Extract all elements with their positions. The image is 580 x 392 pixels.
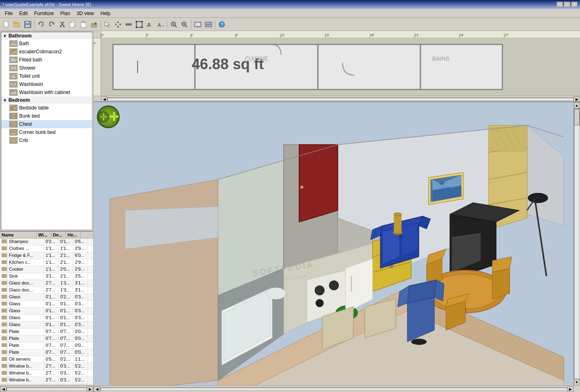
item-toilet[interactable]: Toilet unit <box>1 72 92 80</box>
v-scroll-thumb[interactable] <box>574 109 580 125</box>
table-row[interactable]: Glass0'1...0'2...0'3... <box>0 294 93 301</box>
menu-furniture[interactable]: Furniture <box>31 10 57 17</box>
new-button[interactable] <box>2 20 11 29</box>
redo-button[interactable] <box>47 20 57 29</box>
left-panel-scrollbar[interactable]: ◀ ▶ <box>0 385 93 392</box>
menu-help[interactable]: Help <box>97 10 114 17</box>
svg-rect-68 <box>10 130 17 132</box>
category-bathroom[interactable]: ▼ Bathroom <box>1 32 92 39</box>
help-button[interactable]: ? <box>217 20 227 29</box>
table-row[interactable]: Glass doo...2'7...1'3...3'1... <box>0 280 93 287</box>
zoom-out-button[interactable] <box>179 20 189 29</box>
table-row[interactable]: Kitchen c...1'1...2'1...2'9... <box>0 259 93 266</box>
view3d-area[interactable]: new per <box>94 102 580 392</box>
maximize-button[interactable]: □ <box>564 2 570 7</box>
row-icon <box>0 384 7 384</box>
floorplan-canvas[interactable]: 46.88 sq ft CUISINE BAINS <box>101 38 580 96</box>
row-icon <box>0 322 7 328</box>
table-row[interactable]: Window b...2'7...0'3...5'2... <box>0 363 93 370</box>
svg-rect-42 <box>195 23 200 26</box>
fp-scroll-left[interactable]: ◀ <box>101 96 107 102</box>
fp-scroll-right[interactable]: ▶ <box>573 96 580 102</box>
3d-scroll-left[interactable]: ◀ <box>94 386 100 392</box>
item-escalier[interactable]: escalierColimacon2 <box>1 48 92 56</box>
item-bunk-bed[interactable]: Bunk bed <box>1 112 92 120</box>
category-bedroom[interactable]: ▼ Bedroom <box>1 96 92 104</box>
item-chest[interactable]: Chest <box>1 120 92 128</box>
item-washbasin-cabinet[interactable]: Washbasin with cabinet <box>1 88 92 96</box>
table-row[interactable]: Window b...2'7...0'3...5'2... <box>0 377 93 384</box>
table-row[interactable]: Clothes ...1'1...1'1...2'9... <box>0 245 93 252</box>
table-row[interactable]: Sink3'1...2'1...3'5... <box>0 273 93 280</box>
scroll-right-btn[interactable]: ▶ <box>87 386 93 392</box>
floorplan-hscrollbar[interactable]: ◀ ▶ <box>94 96 580 102</box>
scroll-track-h[interactable] <box>7 388 87 391</box>
table-row[interactable]: Shampoo0'2...0'1...0'6... <box>0 239 93 245</box>
3d-scroll-right[interactable]: ▶ <box>567 386 573 392</box>
table-row[interactable]: Window b...2'7...0'3...5'2... <box>0 370 93 377</box>
table-row[interactable]: Oil servers0'5...0'2...1'1... <box>0 356 93 363</box>
create-dimension-tool[interactable]: A <box>155 20 165 29</box>
create-walls-tool[interactable] <box>124 20 134 29</box>
fp-scroll-track[interactable] <box>107 98 573 101</box>
3d-scroll-track[interactable] <box>100 388 567 391</box>
pan-tool[interactable] <box>113 20 123 29</box>
close-button[interactable]: ✕ <box>571 2 578 7</box>
nav-compass[interactable]: new per <box>97 105 120 128</box>
ruler-mark-4: 12' <box>280 33 285 37</box>
menu-3dview[interactable]: 3D view <box>73 10 97 17</box>
table-row[interactable]: Plate0'7...0'7...0'0... <box>0 349 93 356</box>
props-body[interactable]: Shampoo0'2...0'1...0'6...Clothes ...1'1.… <box>0 239 93 384</box>
item-shower[interactable]: Shower <box>1 64 92 72</box>
row-height: 0'3... <box>73 308 88 314</box>
table-row[interactable]: Cooker1'1...2'0...2'9... <box>0 266 93 273</box>
scroll-up-btn[interactable]: ▲ <box>574 102 580 109</box>
cut-button[interactable] <box>57 20 67 29</box>
3d-display-button[interactable] <box>193 20 203 29</box>
ruler-mark-6: 18' <box>370 33 374 37</box>
table-row[interactable]: Glass0'1...0'1...0'3... <box>0 301 93 308</box>
svg-point-27 <box>136 21 137 22</box>
item-corner-bunk[interactable]: Corner bunk bed <box>1 128 92 136</box>
add-furniture-button[interactable] <box>89 20 99 29</box>
minimize-button[interactable]: — <box>556 2 563 7</box>
view3d-hscrollbar[interactable]: ◀ ▶ <box>94 385 573 392</box>
menu-file[interactable]: File <box>2 10 16 17</box>
menu-plan[interactable]: Plan <box>57 10 73 17</box>
scroll-left-btn[interactable]: ◀ <box>0 386 7 392</box>
menu-edit[interactable]: Edit <box>16 10 31 17</box>
item-crib[interactable]: Crib <box>1 136 92 145</box>
item-fitted-bath[interactable]: Fitted bath <box>1 56 92 64</box>
create-text-tool[interactable]: A <box>145 20 155 29</box>
table-row[interactable]: Plate0'7...0'7...0'0... <box>0 335 93 342</box>
copy-button[interactable] <box>68 20 78 29</box>
row-icon <box>0 308 7 314</box>
v-scrollbar[interactable]: ▲ ▼ <box>573 102 580 385</box>
furniture-tree[interactable]: ▼ Bathroom Bath escalierColimacon2 Fitt <box>1 32 92 230</box>
save-button[interactable] <box>23 20 33 29</box>
row-height: 0'3... <box>73 315 88 321</box>
table-row[interactable]: Glass0'1...0'1...0'3... <box>0 308 93 315</box>
create-rooms-tool[interactable] <box>134 20 144 29</box>
scroll-down-btn[interactable]: ▼ <box>574 379 580 385</box>
open-button[interactable] <box>12 20 22 29</box>
item-washbasin[interactable]: Washbasin <box>1 80 92 88</box>
table-row[interactable]: Plate0'7...0'7...0'0... <box>0 328 93 335</box>
table-row[interactable]: Glass doo...2'7...1'3...3'1... <box>0 287 93 294</box>
zoom-in-button[interactable] <box>169 20 179 29</box>
svg-marker-193 <box>394 214 402 233</box>
paste-button[interactable] <box>79 20 88 29</box>
item-bath[interactable]: Bath <box>1 39 92 48</box>
table-row[interactable]: Fridge & F...1'1...2'1...6'0... <box>0 252 93 259</box>
table-row[interactable]: Glass0'1...0'1...0'3... <box>0 315 93 322</box>
table-row[interactable]: Electric r...1'2...0'3...1'5... <box>0 384 93 384</box>
undo-button[interactable] <box>36 20 46 29</box>
3d-display-btn2[interactable] <box>204 20 213 29</box>
row-width: 2'7... <box>44 363 59 370</box>
v-scroll-track[interactable] <box>574 109 580 379</box>
table-row[interactable]: Glass0'1...0'1...0'3... <box>0 322 93 328</box>
select-tool[interactable] <box>103 20 112 29</box>
table-row[interactable]: Plate0'7...0'7...0'0... <box>0 342 93 349</box>
svg-rect-69 <box>10 133 17 135</box>
item-bedside-table[interactable]: Bedside table <box>1 104 92 112</box>
